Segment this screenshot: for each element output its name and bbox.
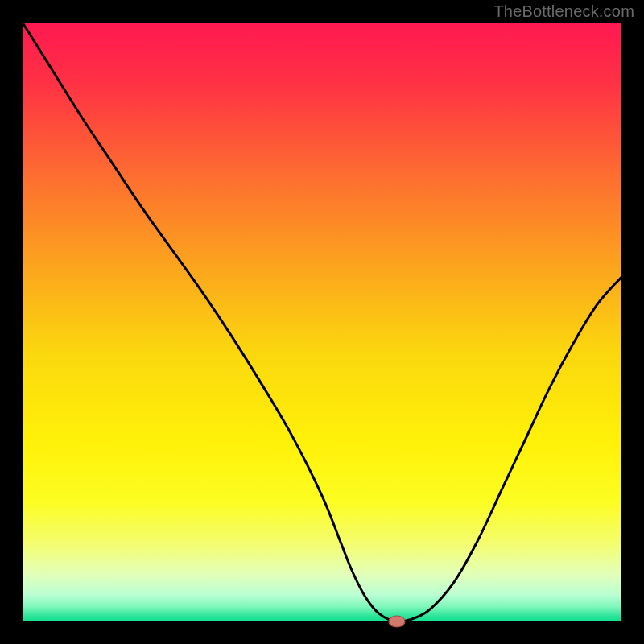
- optimal-point-marker: [389, 616, 405, 627]
- watermark-text: TheBottleneck.com: [493, 2, 634, 21]
- bottleneck-chart: TheBottleneck.com: [0, 0, 644, 644]
- chart-svg: [0, 0, 644, 644]
- chart-plot-background: [23, 23, 621, 621]
